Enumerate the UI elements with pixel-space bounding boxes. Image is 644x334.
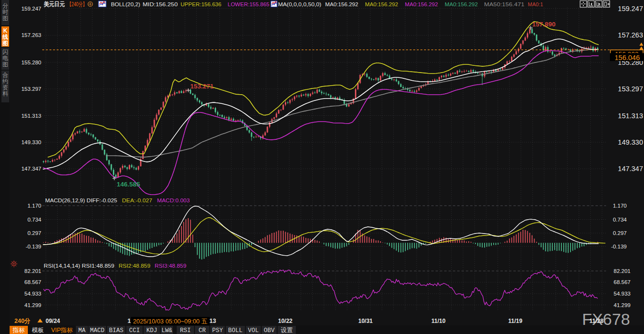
svg-text:0.734: 0.734 — [27, 217, 41, 223]
svg-text:155.280: 155.280 — [21, 60, 41, 65]
svg-text:RSI3:48.859: RSI3:48.859 — [155, 263, 186, 269]
svg-text:PSY: PSY — [212, 327, 223, 334]
svg-text:240分: 240分 — [14, 318, 31, 324]
svg-text:LOWER:155.865: LOWER:155.865 — [228, 1, 269, 7]
svg-text:0.297: 0.297 — [613, 230, 627, 236]
svg-text:BOLL: BOLL — [228, 327, 243, 334]
svg-text:BIAS: BIAS — [109, 327, 123, 334]
svg-text:CCI: CCI — [129, 327, 140, 334]
svg-text:【240分】: 【240分】 — [67, 1, 87, 8]
svg-text:54.933: 54.933 — [614, 291, 631, 297]
svg-text:11/19: 11/19 — [508, 318, 522, 324]
svg-text:图: 图 — [2, 40, 8, 47]
svg-text:MACD:0.003: MACD:0.003 — [157, 198, 190, 203]
svg-text:0.734: 0.734 — [613, 217, 627, 223]
svg-text:1.170: 1.170 — [613, 203, 627, 209]
svg-text:MACD(26,12,9) DIFF:-0.025: MACD(26,12,9) DIFF:-0.025 — [45, 198, 117, 203]
svg-text:CR: CR — [198, 327, 206, 334]
svg-text:157.263: 157.263 — [618, 31, 643, 39]
svg-text:MA0:156.292: MA0:156.292 — [405, 1, 438, 7]
svg-text:分: 分 — [2, 2, 8, 9]
svg-text:68.567: 68.567 — [24, 279, 41, 285]
svg-text:10/22: 10/22 — [278, 318, 292, 324]
svg-text:157.890: 157.890 — [532, 21, 556, 28]
svg-text:09/24: 09/24 — [46, 318, 60, 324]
svg-text:资: 资 — [2, 84, 8, 91]
svg-text:-0.139: -0.139 — [611, 244, 627, 249]
svg-text:11/28: 11/28 — [589, 318, 604, 324]
svg-text:MID:156.250: MID:156.250 — [143, 1, 178, 7]
svg-text:149.330: 149.330 — [618, 138, 643, 146]
svg-text:VOL: VOL — [248, 327, 259, 334]
svg-text:13: 13 — [209, 318, 216, 324]
svg-text:159.247: 159.247 — [21, 6, 41, 12]
svg-text:图: 图 — [2, 15, 8, 22]
svg-text:MA0:156.292: MA0:156.292 — [445, 1, 478, 7]
svg-text:MA: MA — [78, 327, 86, 334]
svg-text:设置: 设置 — [281, 327, 293, 334]
svg-text:0.297: 0.297 — [27, 230, 41, 236]
svg-text:MA0:156.292: MA0:156.292 — [325, 1, 358, 7]
svg-text:1.170: 1.170 — [27, 203, 41, 209]
svg-text:合: 合 — [2, 72, 8, 78]
svg-text:MA(0,0,0,0,50,0): MA(0,0,0,0,50,0) — [278, 1, 321, 7]
svg-text:MA50:156.471: MA50:156.471 — [484, 1, 524, 7]
svg-text:约: 约 — [2, 78, 8, 85]
svg-text:146.585: 146.585 — [117, 181, 140, 188]
svg-text:149.330: 149.330 — [21, 139, 41, 145]
svg-text:151.313: 151.313 — [21, 113, 41, 119]
svg-text:K: K — [3, 27, 8, 34]
svg-text:指标: 指标 — [12, 327, 25, 334]
svg-text:线: 线 — [2, 34, 8, 40]
svg-text:VIP指标: VIP指标 — [51, 327, 73, 334]
svg-text:-0.139: -0.139 — [25, 244, 41, 249]
svg-text:54.933: 54.933 — [24, 291, 41, 297]
svg-text:MACD: MACD — [90, 327, 104, 334]
svg-text:153.297: 153.297 — [21, 86, 41, 92]
svg-text:147.347: 147.347 — [21, 166, 41, 172]
svg-text:RSI(14,14,14) RSI1:48.859: RSI(14,14,14) RSI1:48.859 — [44, 263, 114, 269]
svg-text:LW&: LW& — [161, 327, 172, 334]
svg-text:时: 时 — [2, 9, 8, 15]
svg-text:RSI: RSI — [180, 327, 191, 334]
svg-text:153.271: 153.271 — [190, 83, 214, 90]
svg-text:OBV: OBV — [264, 327, 275, 334]
svg-text:MA0:1: MA0:1 — [528, 1, 543, 7]
svg-text:82.201: 82.201 — [24, 268, 41, 274]
svg-text:KDJ: KDJ — [146, 327, 158, 334]
svg-text:图: 图 — [2, 61, 8, 68]
svg-text:2025/10/03 05:00~09:00 五: 2025/10/03 05:00~09:00 五 — [133, 318, 207, 325]
svg-text:147.347: 147.347 — [618, 165, 643, 173]
svg-text:MA0:156.292: MA0:156.292 — [365, 1, 398, 7]
svg-text:151.313: 151.313 — [618, 112, 643, 120]
svg-text:闪: 闪 — [2, 49, 8, 55]
svg-text:68.567: 68.567 — [614, 279, 631, 285]
svg-text:41.299: 41.299 — [24, 302, 41, 308]
svg-text:美元日元: 美元日元 — [43, 0, 65, 8]
svg-text:1: 1 — [128, 318, 131, 324]
svg-text:11/10: 11/10 — [431, 318, 446, 324]
svg-text:159.247: 159.247 — [618, 5, 643, 12]
svg-text:10/31: 10/31 — [358, 318, 373, 324]
svg-text:BOLL(20,2): BOLL(20,2) — [111, 1, 140, 7]
svg-text:DEA:-0.027: DEA:-0.027 — [122, 198, 152, 203]
svg-text:82.201: 82.201 — [614, 268, 631, 274]
svg-text:156.046: 156.046 — [615, 54, 640, 62]
svg-text:UPPER:156.636: UPPER:156.636 — [181, 1, 221, 7]
svg-text:模板: 模板 — [32, 327, 44, 334]
svg-text:RSI2:48.859: RSI2:48.859 — [119, 263, 150, 269]
svg-text:料: 料 — [2, 90, 8, 97]
svg-text:153.297: 153.297 — [618, 85, 643, 93]
svg-text:电: 电 — [2, 55, 8, 62]
svg-text:157.263: 157.263 — [21, 32, 41, 38]
svg-text:41.299: 41.299 — [614, 302, 631, 308]
